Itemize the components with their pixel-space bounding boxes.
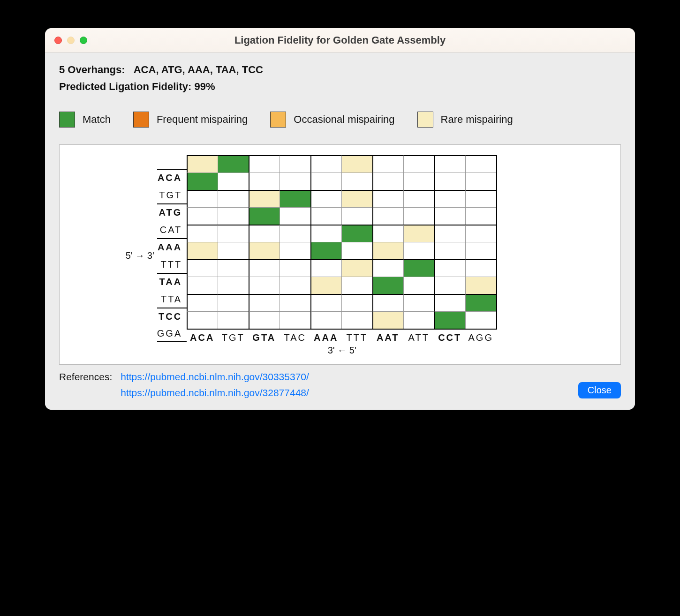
matrix-cell xyxy=(218,190,249,207)
matrix-cell xyxy=(372,311,403,329)
reference-link[interactable]: https://pubmed.ncbi.nlm.nih.gov/32877448… xyxy=(121,387,309,398)
matrix-cell xyxy=(434,311,465,329)
titlebar: Ligation Fidelity for Golden Gate Assemb… xyxy=(45,28,635,53)
matrix-cell xyxy=(218,207,249,225)
zoom-window-icon[interactable] xyxy=(80,37,87,44)
matrix-cell xyxy=(372,294,403,311)
matrix-cell xyxy=(403,207,434,225)
matrix-cell xyxy=(249,277,280,294)
matrix-cell xyxy=(403,294,434,311)
row-header: TTA xyxy=(157,290,187,308)
overhangs-count-label: 5 Overhangs: xyxy=(59,64,125,75)
matrix-cell xyxy=(403,277,434,294)
matrix-cell xyxy=(310,190,341,207)
matrix-cell xyxy=(434,173,465,190)
matrix-cell xyxy=(372,259,403,277)
column-header-row: ACATGTGTATACAAATTTAATATTCCTAGG xyxy=(187,332,497,343)
matrix-cell xyxy=(465,294,496,311)
minimize-window-icon[interactable] xyxy=(67,37,75,44)
matrix-cell xyxy=(341,190,372,207)
references-section: References: https://pubmed.ncbi.nlm.nih.… xyxy=(59,371,621,398)
matrix-cell xyxy=(249,155,280,173)
matrix-cell xyxy=(187,207,218,225)
matrix-cell xyxy=(403,242,434,259)
matrix-cell xyxy=(187,259,218,277)
legend-label-match: Match xyxy=(83,113,111,126)
row-header: GGA xyxy=(157,325,187,342)
matrix-cell xyxy=(310,225,341,242)
legend-label-occasional: Occasional mispairing xyxy=(294,113,394,126)
matrix-cell xyxy=(280,294,310,311)
matrix-cell xyxy=(465,155,496,173)
matrix-cell xyxy=(187,277,218,294)
matrix-cell xyxy=(403,190,434,207)
matrix-cell xyxy=(465,259,496,277)
column-header: TGT xyxy=(218,332,249,343)
column-header: GTA xyxy=(249,332,280,343)
matrix-cell xyxy=(249,173,280,190)
matrix-cell xyxy=(187,190,218,207)
fidelity-matrix-panel: 5' → 3' ACATGTATGCATAAATTTTAATTATCCGGA A… xyxy=(59,144,621,365)
matrix-cell xyxy=(372,225,403,242)
matrix-cell xyxy=(310,311,341,329)
matrix-cell xyxy=(372,277,403,294)
matrix-cell xyxy=(434,190,465,207)
matrix-cell xyxy=(218,259,249,277)
matrix-cell xyxy=(310,294,341,311)
close-button[interactable]: Close xyxy=(578,382,621,398)
row-header: CAT xyxy=(157,221,187,238)
matrix-cell xyxy=(280,155,310,173)
matrix-cell xyxy=(434,225,465,242)
x-axis-label: 3' ← 5' xyxy=(187,345,497,356)
matrix-cell xyxy=(434,294,465,311)
matrix-cell xyxy=(280,225,310,242)
overhangs-summary: 5 Overhangs: ACA, ATG, AAA, TAA, TCC xyxy=(59,64,621,76)
matrix-cell xyxy=(372,190,403,207)
content-area: 5 Overhangs: ACA, ATG, AAA, TAA, TCC Pre… xyxy=(45,53,635,410)
row-header: TCC xyxy=(157,308,187,325)
dialog-window: Ligation Fidelity for Golden Gate Assemb… xyxy=(45,28,635,410)
row-header: AAA xyxy=(157,238,187,255)
fidelity-matrix-grid xyxy=(187,155,497,330)
legend-swatch-rare xyxy=(417,112,433,128)
matrix-cell xyxy=(341,294,372,311)
matrix-cell xyxy=(465,277,496,294)
reference-link[interactable]: https://pubmed.ncbi.nlm.nih.gov/30335370… xyxy=(121,371,309,383)
matrix-cell xyxy=(187,155,218,173)
matrix-cell xyxy=(434,277,465,294)
matrix-cell xyxy=(341,277,372,294)
legend-label-frequent: Frequent mispairing xyxy=(157,113,248,126)
matrix-cell xyxy=(249,190,280,207)
matrix-cell xyxy=(218,277,249,294)
column-header: AAT xyxy=(372,332,403,343)
matrix-cell xyxy=(434,242,465,259)
column-header: AAA xyxy=(310,332,341,343)
matrix-cell xyxy=(218,311,249,329)
matrix-cell xyxy=(465,207,496,225)
row-header-column: ACATGTATGCATAAATTTTAATTATCCGGA xyxy=(157,169,187,342)
matrix-cell xyxy=(465,190,496,207)
legend: Match Frequent mispairing Occasional mis… xyxy=(59,112,621,128)
matrix-cell xyxy=(280,311,310,329)
matrix-cell xyxy=(280,242,310,259)
matrix-cell xyxy=(218,155,249,173)
matrix-cell xyxy=(465,242,496,259)
window-title: Ligation Fidelity for Golden Gate Assemb… xyxy=(45,34,635,46)
y-axis-label: 5' → 3' xyxy=(126,250,154,261)
matrix-cell xyxy=(372,207,403,225)
overhangs-list: ACA, ATG, AAA, TAA, TCC xyxy=(134,64,263,75)
matrix-cell xyxy=(280,277,310,294)
close-window-icon[interactable] xyxy=(54,37,62,44)
fidelity-label: Predicted Ligation Fidelity: 99% xyxy=(59,81,621,93)
matrix-cell xyxy=(280,259,310,277)
matrix-cell xyxy=(372,173,403,190)
matrix-cell xyxy=(434,259,465,277)
matrix-cell xyxy=(218,294,249,311)
matrix-cell xyxy=(249,311,280,329)
matrix-cell xyxy=(310,259,341,277)
matrix-cell xyxy=(249,207,280,225)
matrix-cell xyxy=(280,207,310,225)
row-header: TGT xyxy=(157,186,187,203)
matrix-cell xyxy=(218,173,249,190)
column-header: AGG xyxy=(465,332,496,343)
